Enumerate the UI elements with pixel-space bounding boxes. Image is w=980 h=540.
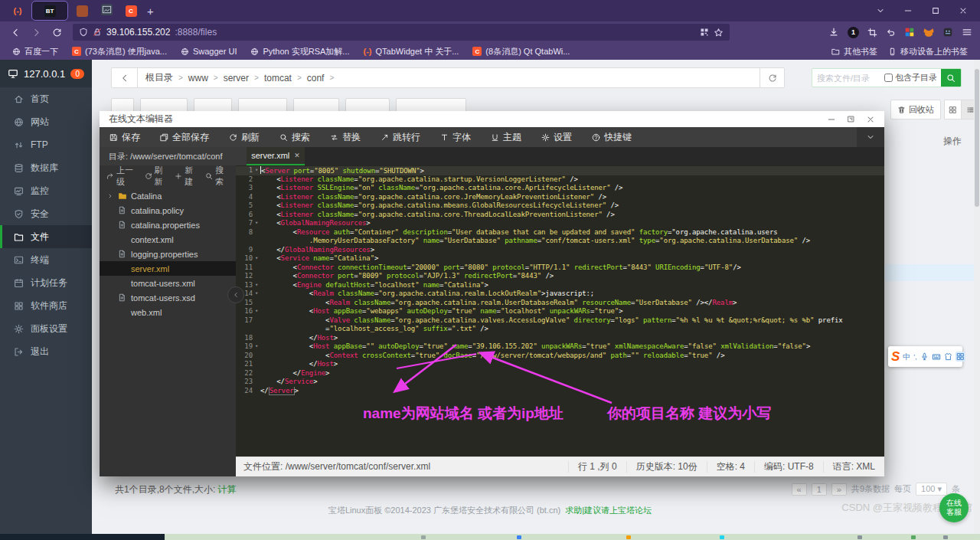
editor-toolbar-保存[interactable]: 保存 — [100, 127, 150, 147]
code-line[interactable]: 17 <Valve className="org.apache.catalina… — [236, 316, 884, 326]
fold-widget-icon[interactable]: ▾ — [253, 290, 260, 299]
code-editor[interactable]: 1▾<Server port="8005" shutdown="SHUTDOWN… — [236, 165, 884, 476]
page-number-button[interactable]: 1 — [812, 483, 827, 496]
sidebar-item-软件商店[interactable]: 软件商店 — [0, 294, 92, 317]
code-line[interactable]: 19▾ <Host appBase="" autoDeploy="true" n… — [236, 342, 884, 352]
code-line[interactable]: 18 </Host> — [236, 334, 884, 343]
bookmark-item[interactable]: (-)QTabWidget 中 关于... — [364, 46, 459, 57]
chevron-right-icon[interactable] — [106, 193, 113, 199]
editor-maximize-icon[interactable] — [847, 115, 855, 124]
sidebar-item-面板设置[interactable]: 面板设置 — [0, 317, 92, 340]
sidebar-item-安全[interactable]: 安全 — [0, 202, 92, 225]
shield-icon[interactable] — [79, 28, 88, 37]
tab-bt-panel[interactable]: BT — [32, 2, 67, 20]
ime-punctuation[interactable]: ’, — [913, 353, 917, 361]
ime-toolbox-icon[interactable] — [956, 352, 965, 362]
sidebar-item-文件[interactable]: 文件 — [0, 225, 92, 248]
tab-image[interactable] — [96, 2, 116, 20]
tree-item-web.xml[interactable]: web.xml — [100, 305, 236, 319]
code-line[interactable]: 10▾ <Service name="Catalina"> — [236, 254, 884, 263]
extension-colorful-icon[interactable] — [904, 27, 915, 38]
editor-toolbar-刷新[interactable]: 刷新 — [219, 127, 270, 147]
tree-item-tomcat-users.xsd[interactable]: tomcat-users.xsd — [100, 290, 236, 305]
fold-widget-icon[interactable]: ▾ — [253, 219, 260, 228]
code-line[interactable]: 7▾ <GlobalNamingResources> — [236, 219, 884, 228]
code-line[interactable]: 15 <Realm className="org.apache.catalina… — [236, 299, 884, 308]
breadcrumb-refresh-button[interactable] — [760, 68, 784, 87]
tab-csdn[interactable]: C — [121, 2, 141, 20]
editor-toolbar-跳转行[interactable]: 跳转行 — [371, 127, 430, 147]
grid-view-button[interactable] — [944, 100, 962, 119]
code-line[interactable]: 21 </Host> — [236, 360, 884, 369]
extension-badge-icon[interactable]: 1 — [848, 27, 859, 38]
code-line[interactable]: 2 <Listener className="org.apache.catali… — [236, 175, 884, 185]
editor-toolbar-快捷键[interactable]: 快捷键 — [582, 127, 642, 147]
sogou-ime-bar[interactable]: S 中 ’, — [888, 346, 962, 367]
forum-link[interactable]: 求助|建议请上宝塔论坛 — [565, 506, 652, 515]
menu-hamburger-icon[interactable] — [962, 27, 972, 38]
extension-dark-icon[interactable] — [942, 27, 953, 38]
pinned-tab[interactable]: (-) — [8, 2, 28, 20]
new-tab-button[interactable]: + — [147, 5, 154, 18]
breadcrumb-segment[interactable]: tomcat — [264, 73, 292, 83]
fold-widget-icon[interactable]: ▾ — [253, 342, 260, 352]
breadcrumb-segment[interactable]: www — [188, 73, 208, 83]
per-page-select[interactable]: 100 ▾ — [916, 483, 947, 496]
sidebar-item-计划任务[interactable]: 计划任务 — [0, 271, 92, 294]
editor-file-tab[interactable]: server.xml✕ — [247, 147, 305, 165]
editor-toolbar-主题[interactable]: 主题 — [481, 127, 531, 147]
sidebar-item-退出[interactable]: 退出 — [0, 340, 92, 363]
tree-toolbar-刷新[interactable]: 刷新 — [145, 165, 168, 188]
tree-item-Catalina[interactable]: Catalina — [100, 188, 236, 203]
editor-toolbar-字体[interactable]: 字体 — [430, 127, 481, 147]
sidebar-item-FTP[interactable]: FTP — [0, 133, 92, 156]
tab-close-icon[interactable]: ✕ — [294, 152, 300, 159]
reload-icon[interactable] — [52, 28, 62, 38]
tree-toolbar-上一级[interactable]: 上一级 — [106, 165, 138, 188]
include-subdir-checkbox[interactable]: 包含子目录 — [880, 69, 941, 87]
sidebar-item-网站[interactable]: 网站 — [0, 110, 92, 133]
window-close-icon[interactable] — [952, 2, 974, 20]
microphone-icon[interactable] — [920, 352, 929, 361]
bookmark-item[interactable]: Swagger UI — [181, 47, 237, 56]
insecure-lock-icon[interactable] — [93, 28, 102, 37]
tree-item-logging.properties[interactable]: logging.properties — [100, 247, 236, 261]
code-line[interactable]: 12 <Connector port="8009" protocol="AJP/… — [236, 272, 884, 281]
toolbar-expand-chevron[interactable] — [857, 127, 884, 147]
back-icon[interactable] — [11, 28, 21, 38]
code-line[interactable]: 11 <Connector connectionTimeout="20000" … — [236, 263, 884, 273]
breadcrumb-segment[interactable]: server — [224, 73, 249, 83]
code-line[interactable]: 1▾<Server port="8005" shutdown="SHUTDOWN… — [236, 166, 884, 175]
fold-widget-icon[interactable]: ▾ — [253, 307, 260, 316]
code-line[interactable]: 4 <Listener className="org.apache.catali… — [236, 193, 884, 202]
editor-toolbar-替换[interactable]: 替换 — [320, 127, 371, 147]
recycle-bin-button[interactable]: 回收站 — [890, 100, 941, 119]
qr-code-icon[interactable] — [700, 28, 709, 37]
code-line[interactable]: 6 <Listener className="org.apache.catali… — [236, 211, 884, 220]
code-line[interactable]: 13▾ <Engine defaultHost="localhost" name… — [236, 281, 884, 290]
next-page-button[interactable]: » — [831, 483, 847, 496]
tab-docs[interactable] — [72, 2, 92, 20]
metamask-fox-icon[interactable] — [923, 27, 934, 38]
bookmark-star-icon[interactable] — [714, 28, 724, 38]
code-line[interactable]: 22 </Engine> — [236, 369, 884, 378]
code-line[interactable]: 8 <Resource auth="Container" description… — [236, 228, 884, 237]
bookmark-item[interactable]: 百度一下 — [12, 46, 58, 57]
panel-collapse-handle[interactable] — [227, 286, 244, 303]
code-line[interactable]: 9 </GlobalNamingResources> — [236, 246, 884, 255]
fold-widget-icon[interactable]: ▾ — [253, 281, 260, 290]
code-line[interactable]: 14▾ <Realm className="org.apache.catalin… — [236, 290, 884, 299]
online-support-button[interactable]: 在线客服 — [939, 493, 969, 522]
editor-close-icon[interactable] — [866, 115, 875, 124]
url-bar[interactable]: 39.106.155.202:8888/files — [73, 24, 730, 41]
window-minimize-icon[interactable] — [897, 2, 919, 20]
sidebar-item-监控[interactable]: 监控 — [0, 179, 92, 202]
editor-toolbar-搜索[interactable]: 搜索 — [270, 127, 320, 147]
tree-item-catalina.policy[interactable]: catalina.policy — [100, 203, 236, 218]
sidebar-item-首页[interactable]: 首页 — [0, 87, 92, 110]
code-line[interactable]: 5 <Listener className="org.apache.catali… — [236, 201, 884, 211]
bookmark-item[interactable]: 其他书签 — [831, 46, 877, 57]
tree-item-catalina.properties[interactable]: catalina.properties — [100, 218, 236, 232]
server-host[interactable]: 127.0.0.1 0 — [0, 60, 92, 87]
code-line[interactable]: 24</Server> — [236, 387, 884, 396]
